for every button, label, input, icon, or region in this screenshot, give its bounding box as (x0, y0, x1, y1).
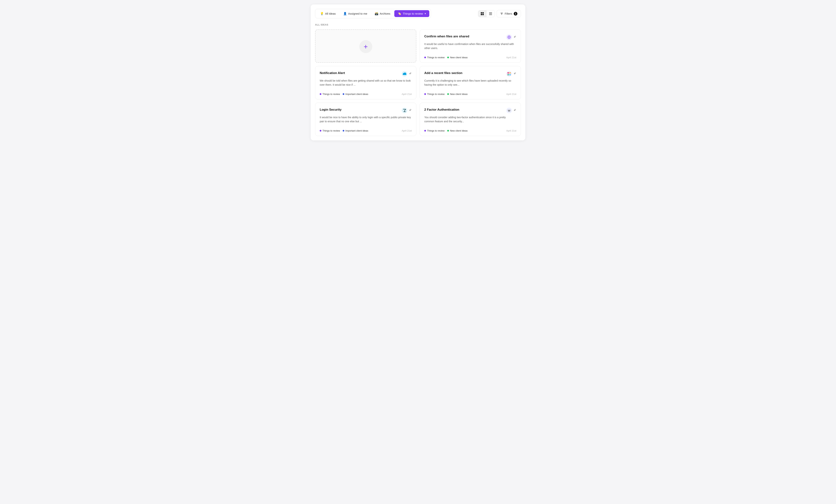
tag-dot-confirm-files-0 (424, 57, 426, 58)
nav-tab-archives[interactable]: 🗃️ Archives (372, 10, 394, 17)
tab-label-things-to-review: Things to review (403, 12, 423, 15)
add-idea-icon: + (359, 40, 372, 53)
tag-label-notification-alert-0: Things to review (322, 93, 340, 95)
svg-rect-4 (489, 13, 492, 13)
svg-rect-6 (489, 15, 492, 15)
card-icons-two-factor: W (506, 108, 516, 113)
card-description-two-factor: You should consider adding two-factor au… (424, 115, 516, 126)
card-icons-login-security (402, 108, 412, 113)
idea-card-confirm-files[interactable]: Confirm when files are shared It would b… (420, 30, 521, 63)
pin-icon-confirm-files[interactable] (513, 35, 516, 39)
card-description-confirm-files: It would be useful to have confirmation … (424, 42, 516, 53)
filters-label: Filters (505, 12, 512, 15)
section-label: ALL IDEAS (315, 23, 521, 26)
tag-login-security-1: Important client ideas (343, 129, 368, 132)
app-icon-confirm-files (506, 34, 512, 40)
app-icon-login-security (402, 108, 407, 113)
card-description-recent-files: Currently it is challenging to see which… (424, 79, 516, 89)
tag-dot-two-factor-1 (447, 130, 449, 132)
top-nav: 💡 All Ideas 👤 Assigned to me 🗃️ Archives… (315, 9, 521, 18)
app-icon-two-factor: W (506, 108, 512, 113)
grid-view-button[interactable] (478, 11, 487, 17)
tab-icon-archives: 🗃️ (375, 12, 378, 15)
card-date-notification-alert: April 21st (402, 93, 412, 95)
tab-icon-all-ideas: 💡 (320, 12, 324, 15)
tag-two-factor-0: Things to review (424, 129, 445, 132)
tag-label-recent-files-1: New client Ideas (450, 93, 468, 95)
tag-notification-alert-0: Things to review (320, 93, 340, 95)
card-title-two-factor: 2 Factor Authentication (424, 108, 459, 112)
idea-card-notification-alert[interactable]: Notification Alert We should be told whe… (315, 66, 416, 99)
card-footer-login-security: Things to review Important client ideas … (320, 129, 412, 132)
tag-label-two-factor-1: New client Ideas (450, 129, 468, 132)
card-tags-recent-files: Things to review New client Ideas (424, 93, 468, 95)
card-tags-notification-alert: Things to review Important client ideas (320, 93, 368, 95)
tag-dot-notification-alert-1 (343, 93, 344, 95)
add-idea-card[interactable]: + (315, 30, 416, 63)
tag-dot-login-security-1 (343, 130, 344, 132)
filters-button[interactable]: Filters 1 (497, 10, 521, 17)
tag-dot-recent-files-0 (424, 93, 426, 95)
tag-label-recent-files-0: Things to review (427, 93, 445, 95)
svg-rect-15 (508, 74, 509, 76)
tag-label-notification-alert-1: Important client ideas (345, 93, 368, 95)
svg-rect-14 (510, 72, 511, 74)
card-title-notification-alert: Notification Alert (320, 71, 345, 75)
card-icons-recent-files (506, 71, 516, 77)
card-icons-confirm-files (506, 34, 516, 40)
svg-rect-5 (489, 13, 492, 14)
card-description-notification-alert: We should be told when files are getting… (320, 79, 412, 89)
tag-confirm-files-1: New client Ideas (447, 56, 468, 59)
card-tags-confirm-files: Things to review New client Ideas (424, 56, 468, 59)
tag-dot-recent-files-1 (447, 93, 449, 95)
nav-tab-things-to-review[interactable]: 🏷️ Things to review ▾ (394, 10, 429, 17)
card-title-login-security: Login Security (320, 108, 342, 112)
card-header-notification-alert: Notification Alert (320, 71, 412, 77)
card-icons-notification-alert (402, 71, 412, 77)
tag-label-login-security-0: Things to review (322, 129, 340, 132)
card-footer-two-factor: Things to review New client Ideas April … (424, 129, 516, 132)
tab-chevron-things-to-review: ▾ (425, 12, 426, 15)
nav-tab-assigned-to-me[interactable]: 👤 Assigned to me (340, 10, 370, 17)
tag-label-confirm-files-1: New client Ideas (450, 56, 468, 59)
app-icon-notification-alert (402, 71, 407, 77)
tab-icon-things-to-review: 🏷️ (398, 12, 401, 15)
card-header-two-factor: 2 Factor Authentication W (424, 108, 516, 113)
card-date-login-security: April 21st (402, 129, 412, 132)
pin-icon-two-factor[interactable] (513, 109, 516, 113)
nav-tab-all-ideas[interactable]: 💡 All Ideas (317, 10, 339, 17)
svg-rect-1 (482, 12, 484, 14)
card-tags-login-security: Things to review Important client ideas (320, 129, 368, 132)
card-footer-confirm-files: Things to review New client Ideas April … (424, 56, 516, 59)
card-footer-recent-files: Things to review New client Ideas April … (424, 93, 516, 95)
pin-icon-recent-files[interactable] (513, 72, 516, 76)
tag-dot-login-security-0 (320, 130, 321, 132)
card-header-login-security: Login Security (320, 108, 412, 113)
tag-recent-files-0: Things to review (424, 93, 445, 95)
tag-label-login-security-1: Important client ideas (345, 129, 368, 132)
tag-two-factor-1: New client Ideas (447, 129, 468, 132)
card-date-confirm-files: April 21st (506, 56, 516, 59)
pin-icon-login-security[interactable] (408, 109, 412, 113)
tab-label-all-ideas: All Ideas (325, 12, 336, 15)
pin-icon-notification-alert[interactable] (408, 72, 412, 76)
tag-login-security-0: Things to review (320, 129, 340, 132)
tag-dot-confirm-files-1 (447, 57, 449, 58)
page-wrapper: 💡 All Ideas 👤 Assigned to me 🗃️ Archives… (311, 4, 525, 140)
tag-notification-alert-1: Important client ideas (343, 93, 368, 95)
nav-tabs: 💡 All Ideas 👤 Assigned to me 🗃️ Archives… (315, 9, 431, 18)
list-view-button[interactable] (487, 11, 495, 17)
tag-recent-files-1: New client Ideas (447, 93, 468, 95)
tag-label-two-factor-0: Things to review (427, 129, 445, 132)
card-tags-two-factor: Things to review New client Ideas (424, 129, 468, 132)
svg-rect-13 (508, 72, 509, 74)
card-header-confirm-files: Confirm when files are shared (424, 34, 516, 40)
idea-card-two-factor[interactable]: 2 Factor Authentication W You should con… (420, 103, 521, 136)
idea-card-recent-files[interactable]: Add a recent files section Currently it … (420, 66, 521, 99)
tag-dot-notification-alert-0 (320, 93, 321, 95)
tab-icon-assigned-to-me: 👤 (343, 12, 347, 15)
tab-label-archives: Archives (380, 12, 391, 15)
app-icon-recent-files (506, 71, 512, 77)
idea-card-login-security[interactable]: Login Security It would be nice to have … (315, 103, 416, 136)
card-footer-notification-alert: Things to review Important client ideas … (320, 93, 412, 95)
